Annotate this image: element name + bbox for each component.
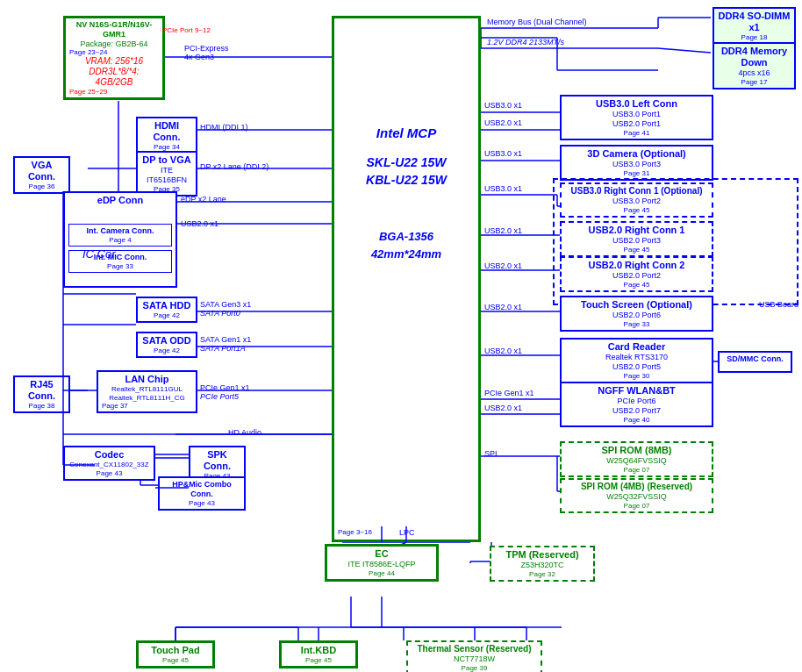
hp-mic-box: HP&Mic Combo Conn. Page 43 — [158, 476, 246, 511]
pcie-4x-label: 4x Gen3 — [184, 53, 214, 61]
diagram: NV N16S-G1R/N16V-GMR1 Package: GB2B-64 P… — [0, 0, 802, 672]
usb20-x1-3: USB2.0 x1 — [484, 261, 522, 270]
rj45-box: RJ45 Conn. Page 38 — [13, 375, 70, 413]
dp-vga-title: DP to VGA — [141, 154, 192, 166]
sata-odd-page: Page 42 — [141, 347, 192, 354]
sdmmc-box: SD/MMC Conn. — [718, 351, 792, 373]
edp-title: eDP Conn — [68, 195, 172, 206]
lan-title: LAN Chip — [102, 374, 192, 385]
sata-hdd-page: Page 42 — [141, 311, 192, 319]
ddr4-memdown-sub: 4pcs x16 — [718, 68, 791, 78]
hdmi-title: HDMI Conn. — [141, 120, 192, 143]
sata-odd-box: SATA ODD Page 42 — [136, 332, 197, 358]
ddr4-speed-label: 1.2V DDR4 2133MT/s — [487, 38, 564, 46]
int-camera-title: Int. Camera Conn. — [73, 226, 168, 236]
sata-odd-port: SATA Port1A — [200, 344, 246, 353]
thermal-sub: NCT7718W — [412, 654, 537, 664]
mcp-sub2: KBL-U22 15W — [334, 172, 478, 189]
edp-signal1: eDP x2 Lane — [181, 195, 226, 204]
touch-screen-title: Touch Screen (Optional) — [565, 299, 708, 311]
vga-page: Page 36 — [18, 182, 65, 190]
vga-title: VGA Conn. — [18, 160, 65, 182]
usb30-x1-2: USB3.0 x1 — [484, 149, 522, 158]
lan-sub2: Realtek_RTL8111H_CG — [102, 394, 192, 403]
codec-page: Page 43 — [68, 469, 150, 477]
cam-3d-box: 3D Camera (Optional) USB3.0 Port3 Page 3… — [560, 145, 713, 181]
sata-odd-title: SATA ODD — [141, 335, 192, 347]
sata-hdd-port: SATA Port0 — [200, 309, 240, 318]
ddr4-memdown-box: DDR4 Memory Down 4pcs x16 Page 17 — [712, 42, 796, 89]
usb20-right1-box: USB2.0 Right Conn 1 USB2.0 Port3 Page 45 — [560, 221, 713, 257]
cpu-page1: Page 23~24 — [69, 48, 159, 56]
lan-box: LAN Chip Realtek_RTL8111GUL Realtek_RTL8… — [97, 370, 197, 413]
usb20-x1-2: USB2.0 x1 — [484, 226, 522, 235]
cpu-page2: Page 25~29 — [69, 88, 159, 96]
touchpad-box: Touch Pad Page 45 — [136, 640, 215, 668]
sdmmc-title: SD/MMC Conn. — [723, 354, 787, 364]
hd-audio-label: HD Audio — [228, 428, 261, 437]
usb30-left-sub1: USB3.0 Port1 — [565, 110, 708, 119]
ngff-sub1: PCIe Port6 — [565, 397, 708, 406]
usb30-right1-sub: USB3.0 Port2 — [565, 197, 708, 206]
usb20-right2-sub: USB2.0 Port2 — [565, 271, 708, 281]
usb30-left-page: Page 41 — [565, 129, 708, 137]
ec-title: EC — [331, 548, 433, 560]
tpm-title: TPM (Reserved) — [495, 549, 590, 561]
ddr4-memdown-title: DDR4 Memory Down — [718, 46, 791, 68]
vga-box: VGA Conn. Page 36 — [13, 156, 70, 194]
tpm-page: Page 32 — [495, 570, 590, 578]
usb30-left-title: USB3.0 Left Conn — [565, 98, 708, 110]
usb20-right2-title: USB2.0 Right Conn 2 — [565, 260, 708, 271]
thermal-page: Page 39 — [412, 664, 537, 672]
card-reader-sub2: USB2.0 Port5 — [565, 362, 708, 372]
usb20-x1-5: USB2.0 x1 — [484, 347, 522, 355]
usb20-right2-box: USB2.0 Right Conn 2 USB2.0 Port2 Page 45 — [560, 256, 713, 292]
kbd-page: Page 45 — [285, 656, 352, 664]
cam-3d-title: 3D Camera (Optional) — [565, 148, 708, 160]
svg-line-6 — [658, 48, 711, 53]
mcp-title: Intel MCP — [334, 124, 478, 142]
sata-hdd-signal: SATA Gen3 x1 — [200, 300, 251, 309]
mcp-page: Page 3~16 — [338, 528, 372, 536]
spi-4mb-sub: W25Q32FVSSIQ — [565, 492, 708, 502]
ddr4-memdown-page: Page 17 — [718, 78, 791, 86]
card-reader-box: Card Reader Realtek RTS3170 USB2.0 Port5… — [560, 338, 713, 383]
ddr4-sodimm-page: Page 18 — [718, 33, 791, 41]
cpu-ddr: DDR3L*8/*4: 4GB/2GB — [69, 67, 159, 88]
spi-4mb-box: SPI ROM (4MB) (Reserved) W25Q32FVSSIQ Pa… — [560, 478, 713, 513]
usb20-x1-4: USB2.0 x1 — [484, 303, 522, 311]
pcie-label: PCI-Express — [184, 44, 229, 53]
edp-conn-box: eDP Conn Int. Camera Conn. Page 4 Int. M… — [63, 191, 177, 288]
touch-screen-page: Page 33 — [565, 320, 708, 328]
ngff-box: NGFF WLAN&BT PCIe Port6 USB2.0 Port7 Pag… — [560, 382, 713, 427]
rj45-title: RJ45 Conn. — [18, 379, 65, 402]
mcp-sub1: SKL-U22 15W — [334, 154, 478, 172]
cam-3d-sub: USB3.0 Port3 — [565, 160, 708, 169]
dp-vga-sub: ITE IT6516BFN — [141, 166, 192, 185]
tpm-sub: Z53H320TC — [495, 561, 590, 570]
ec-sub: ITE IT8586E-LQFP — [331, 560, 433, 569]
usb30-left-box: USB3.0 Left Conn USB3.0 Port1 USB2.0 Por… — [560, 95, 713, 140]
ddr4-sodimm-box: DDR4 SO-DIMM x1 Page 18 — [712, 7, 796, 45]
int-camera-box: Int. Camera Conn. Page 4 — [68, 224, 172, 247]
int-camera-page: Page 4 — [73, 236, 168, 244]
touch-screen-sub: USB2.0 Port6 — [565, 311, 708, 320]
mcp-pkg: BGA-1356 — [334, 229, 478, 245]
edp-signal2: USB2.0 x1 — [181, 219, 218, 228]
ngff-title: NGFF WLAN&BT — [565, 385, 708, 397]
lan-page: Page 37 — [102, 402, 192, 410]
cpu-title: NV N16S-G1R/N16V-GMR1 — [69, 20, 159, 39]
ddr4-sodimm-title: DDR4 SO-DIMM x1 — [718, 11, 791, 33]
spk-title: SPK Conn. — [194, 449, 240, 472]
lan-sub1: Realtek_RTL8111GUL — [102, 385, 192, 394]
ec-page: Page 44 — [331, 569, 433, 577]
kbd-title: Int.KBD — [285, 645, 352, 656]
lan-port: PCIe Port5 — [200, 392, 239, 401]
sata-odd-signal: SATA Gen1 x1 — [200, 335, 251, 344]
spi-8mb-box: SPI ROM (8MB) W25Q64FVSSIQ Page 07 — [560, 441, 713, 477]
thermal-title: Thermal Sensor (Reserved) — [412, 644, 537, 654]
usb30-left-sub2: USB2.0 Port1 — [565, 119, 708, 129]
card-reader-page: Page 30 — [565, 372, 708, 380]
tpm-box: TPM (Reserved) Z53H320TC Page 32 — [490, 546, 595, 582]
spi-4mb-title: SPI ROM (4MB) (Reserved) — [565, 482, 708, 492]
